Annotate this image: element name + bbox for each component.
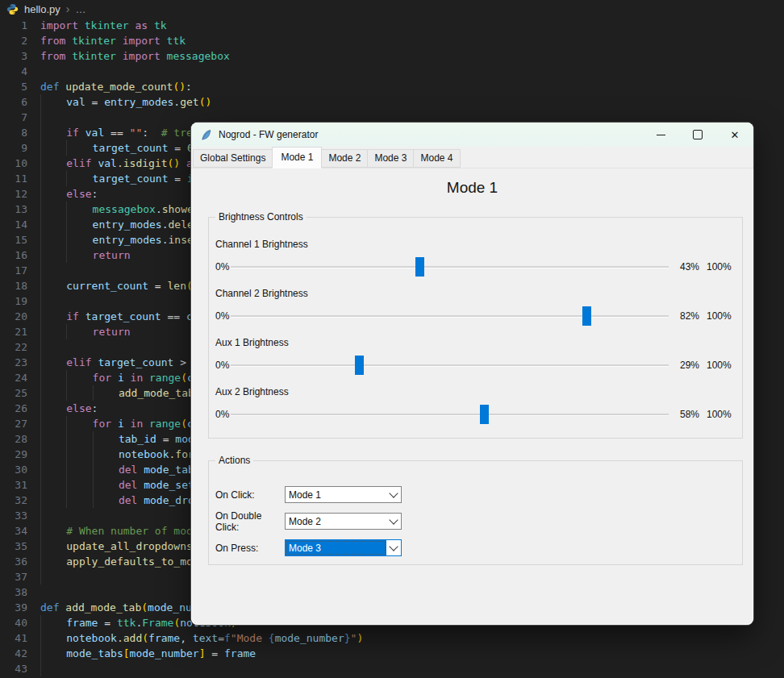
slider-max-label: 100%: [707, 409, 732, 420]
slider-track[interactable]: [231, 256, 669, 277]
indent-guide: [66, 202, 92, 217]
tab-mode-1[interactable]: Mode 1: [272, 147, 322, 168]
slider-value-label: 43%: [680, 261, 707, 272]
slider-value-label: 82%: [680, 310, 707, 322]
line-content: [40, 110, 66, 125]
indent-guide: [93, 493, 119, 508]
line-content: [40, 508, 66, 523]
line-content: target_count = 0: [40, 140, 194, 156]
line-content: [40, 293, 66, 309]
combobox-value: Mode 1: [286, 487, 386, 502]
indent-guide: [40, 94, 66, 110]
tab-content: Mode 1 Brightness Controls Channel 1 Bri…: [191, 168, 753, 625]
minimize-icon: [657, 135, 665, 135]
slider-row: 0%58%100%: [212, 404, 734, 425]
line-number: 18: [0, 278, 27, 293]
line-content: [40, 661, 66, 676]
code-line[interactable]: 4: [0, 64, 784, 79]
tab-global-settings[interactable]: Global Settings: [193, 149, 273, 168]
code-line[interactable]: 2from tkinter import ttk: [0, 33, 784, 48]
line-content: [40, 263, 66, 278]
slider-handle[interactable]: [480, 405, 489, 424]
line-number: 22: [0, 339, 27, 355]
close-button[interactable]: ✕: [716, 123, 753, 147]
indent-guide: [40, 554, 66, 569]
breadcrumb-more[interactable]: …: [75, 3, 86, 15]
line-content: mode_tabs[mode_number] = frame: [40, 646, 256, 661]
code-line[interactable]: 1import tkinter as tk: [0, 18, 784, 33]
indent-guide: [40, 278, 66, 293]
breadcrumb-file[interactable]: hello.py: [24, 3, 60, 15]
indent-guide: [40, 247, 66, 263]
slider-label: Aux 1 Brightness: [215, 337, 734, 348]
code-line[interactable]: 5def update_mode_count():: [0, 79, 784, 94]
line-content: notebook.add(frame, text=f"Mode {mode_nu…: [40, 630, 363, 646]
code-line[interactable]: 6val = entry_modes.get(): [0, 94, 784, 110]
maximize-button[interactable]: [679, 123, 716, 147]
combobox-on-click[interactable]: Mode 1: [285, 486, 402, 503]
line-number: 25: [0, 385, 27, 401]
slider-handle[interactable]: [415, 257, 424, 277]
slider-max-label: 100%: [707, 261, 732, 272]
line-number: 40: [0, 615, 27, 630]
indent-guide: [40, 630, 66, 646]
combobox-dropdown-button[interactable]: [386, 514, 401, 529]
line-number: 14: [0, 217, 27, 232]
line-number: 20: [0, 309, 27, 324]
app-window[interactable]: Nogrod - FW generator ✕ Global SettingsM…: [191, 123, 753, 625]
window-titlebar[interactable]: Nogrod - FW generator ✕: [191, 123, 753, 147]
combobox-on-press[interactable]: Mode 3: [285, 539, 402, 556]
line-number: 5: [0, 79, 27, 94]
line-content: update_all_dropdowns(): [40, 539, 206, 554]
line-number: 7: [0, 110, 27, 125]
slider-track[interactable]: [231, 404, 669, 425]
indent-guide: [40, 324, 66, 339]
slider-min-label: 0%: [215, 360, 231, 371]
indent-guide: [40, 646, 66, 661]
brightness-controls-frame: Brightness Controls Channel 1 Brightness…: [208, 217, 743, 439]
code-line[interactable]: 42mode_tabs[mode_number] = frame: [0, 646, 784, 661]
tk-feather-icon: [200, 129, 212, 141]
slider-handle[interactable]: [355, 356, 364, 375]
slider-track[interactable]: [231, 355, 669, 376]
tab-mode-3[interactable]: Mode 3: [367, 149, 414, 168]
action-row: On Double Click:Mode 2: [212, 508, 742, 534]
indent-guide: [66, 493, 92, 508]
indent-guide: [66, 171, 92, 186]
combobox-on-double-click[interactable]: Mode 2: [285, 513, 402, 530]
indent-guide: [40, 539, 66, 554]
action-row: On Click:Mode 1: [212, 481, 742, 508]
code-line[interactable]: 43: [0, 661, 784, 676]
breadcrumb[interactable]: hello.py › …: [0, 0, 784, 18]
line-number: 41: [0, 630, 27, 646]
line-content: else:: [40, 186, 98, 202]
indent-guide: [66, 140, 92, 156]
indent-guide: [93, 385, 119, 401]
slider-handle[interactable]: [582, 306, 591, 326]
indent-guide: [40, 431, 66, 447]
line-number: 34: [0, 523, 27, 539]
slider-group-aux-1-brightness: Aux 1 Brightness0%29%100%: [212, 337, 734, 386]
indent-guide: [40, 293, 66, 309]
code-line[interactable]: 41notebook.add(frame, text=f"Mode {mode_…: [0, 630, 784, 646]
tab-mode-2[interactable]: Mode 2: [321, 149, 368, 168]
slider-list: Channel 1 Brightness0%43%100%Channel 2 B…: [212, 239, 734, 435]
indent-guide: [66, 447, 92, 462]
indent-guide: [40, 355, 66, 370]
slider-groove: [231, 414, 669, 415]
slider-group-channel-1-brightness: Channel 1 Brightness0%43%100%: [212, 239, 734, 288]
notebook-tab-bar[interactable]: Global SettingsMode 1Mode 2Mode 3Mode 4: [191, 147, 753, 168]
combobox-dropdown-button[interactable]: [386, 487, 401, 502]
tab-mode-4[interactable]: Mode 4: [413, 149, 460, 168]
minimize-button[interactable]: [642, 123, 679, 147]
line-number: 39: [0, 600, 27, 615]
code-line[interactable]: 3from tkinter import messagebox: [0, 48, 784, 64]
indent-guide: [40, 202, 66, 217]
indent-guide: [66, 416, 92, 431]
indent-guide: [66, 217, 92, 232]
combobox-dropdown-button[interactable]: [386, 540, 401, 555]
slider-track[interactable]: [231, 306, 669, 327]
line-number: 43: [0, 661, 27, 676]
brightness-frame-label: Brightness Controls: [215, 211, 307, 223]
indent-guide: [66, 462, 92, 477]
